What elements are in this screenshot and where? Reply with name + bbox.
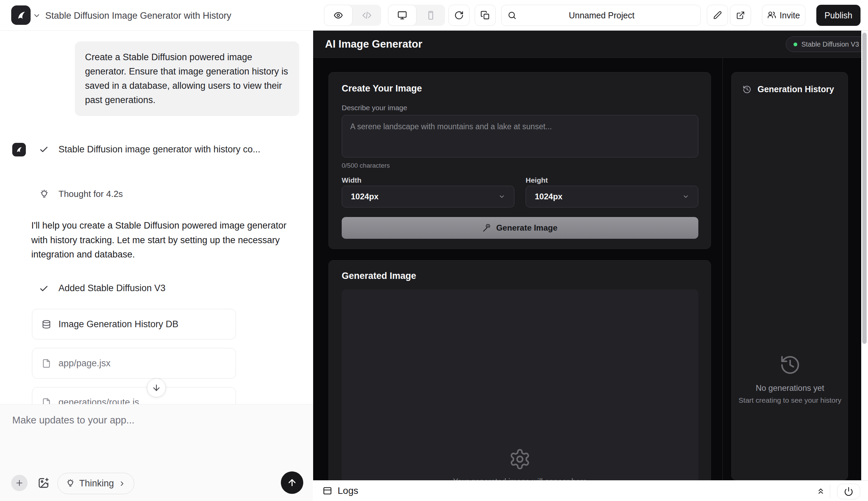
preview-mode-button[interactable] <box>324 5 352 26</box>
file-card-page[interactable]: app/page.jsx <box>32 348 236 379</box>
status-dot <box>793 43 797 46</box>
file-icon <box>42 359 51 368</box>
chat-composer: Thinking <box>0 404 313 501</box>
search-icon <box>508 11 517 20</box>
height-value: 1024px <box>535 192 562 201</box>
lightbulb-icon <box>40 190 49 199</box>
scrollbar-track <box>861 31 868 480</box>
device-toggle <box>388 5 445 26</box>
magic-wand-icon <box>482 223 491 232</box>
file-card-database[interactable]: Image Generation History DB <box>32 309 236 339</box>
lightbulb-icon <box>66 479 75 488</box>
generated-image-card: Generated Image Your generated image wil… <box>328 260 711 480</box>
copy-url-button[interactable] <box>475 5 496 26</box>
logs-bar[interactable]: Logs <box>313 480 868 501</box>
invite-button[interactable]: Invite <box>762 5 805 26</box>
workspace-chevron-down-icon[interactable] <box>33 12 41 20</box>
file-card-route[interactable]: generations/route.js <box>32 387 236 404</box>
logs-divider <box>830 485 830 498</box>
file-icon <box>42 398 51 404</box>
history-header: Generation History <box>742 84 834 94</box>
thinking-label: Thinking <box>79 478 114 489</box>
workspace-title: Stable Diffusion Image Generator with Hi… <box>45 11 231 21</box>
file-card-label: app/page.jsx <box>58 358 110 369</box>
thought-duration[interactable]: Thought for 4.2s <box>58 189 123 199</box>
edit-button[interactable] <box>707 5 728 26</box>
added-integration-label: Added Stable Diffusion V3 <box>58 283 165 294</box>
desktop-view-button[interactable] <box>388 5 416 26</box>
monitor-icon <box>398 11 407 20</box>
file-card-label: Image Generation History DB <box>58 319 178 330</box>
power-icon <box>844 487 853 496</box>
scroll-to-bottom-button[interactable] <box>147 378 166 397</box>
mobile-view-button[interactable] <box>416 5 445 26</box>
open-external-button[interactable] <box>730 5 751 26</box>
height-label: Height <box>525 176 548 184</box>
user-message-bubble: Create a Stable Diffusion powered image … <box>75 42 299 116</box>
chevron-down-icon <box>498 193 505 200</box>
prompt-field <box>342 115 698 158</box>
gear-icon <box>509 448 531 470</box>
check-icon <box>39 145 48 154</box>
copy-icon <box>480 11 490 20</box>
logo-swoosh-icon <box>15 10 27 21</box>
scrollbar-thumb[interactable] <box>862 33 867 344</box>
chevrons-up-icon <box>816 487 825 495</box>
file-card-label: generations/route.js <box>58 397 139 404</box>
height-select[interactable]: 1024px <box>525 186 698 207</box>
width-value: 1024px <box>351 192 378 201</box>
model-badge-label: Stable Diffusion V3 <box>801 41 859 48</box>
users-icon <box>767 11 776 20</box>
prompt-input[interactable] <box>342 115 698 157</box>
project-name-input[interactable] <box>517 11 687 20</box>
app-header: AI Image Generator Stable Diffusion V3 <box>313 31 861 58</box>
arrow-up-icon <box>287 478 297 488</box>
generated-empty-text: Your generated image will appear here <box>342 477 698 480</box>
app-logo[interactable] <box>11 6 31 25</box>
add-image-button[interactable] <box>36 476 51 490</box>
history-empty-subtitle: Start creating to see your history <box>732 396 848 404</box>
width-label: Width <box>342 176 361 184</box>
publish-button[interactable]: Publish <box>816 5 860 26</box>
chat-panel: Stable Diffusion Image Generator with Hi… <box>0 0 313 501</box>
code-mode-button[interactable] <box>352 5 381 26</box>
external-link-icon <box>736 11 745 20</box>
app-preview: AI Image Generator Stable Diffusion V3 C… <box>313 31 861 480</box>
logs-toggle[interactable]: Logs <box>323 486 358 496</box>
refresh-button[interactable] <box>448 5 469 26</box>
generate-image-button[interactable]: Generate Image <box>342 217 698 239</box>
chat-message-list[interactable]: Create a Stable Diffusion powered image … <box>0 31 313 404</box>
check-icon <box>39 284 48 294</box>
logs-icon <box>323 486 332 495</box>
invite-label: Invite <box>780 11 800 20</box>
attach-button[interactable] <box>11 475 28 491</box>
logs-label: Logs <box>338 486 358 496</box>
app-title: AI Image Generator <box>325 38 422 50</box>
assistant-paragraph: I'll help you create a Stable Diffusion … <box>31 218 300 262</box>
expand-logs-button[interactable] <box>816 486 826 496</box>
history-icon <box>779 354 801 376</box>
history-title: Generation History <box>758 84 834 94</box>
history-empty-title: No generations yet <box>732 383 848 393</box>
power-button[interactable] <box>837 484 860 499</box>
chevron-right-icon <box>118 480 126 487</box>
pencil-icon <box>713 11 722 20</box>
task-title: Stable Diffusion image generator with hi… <box>58 144 260 155</box>
char-counter: 0/500 characters <box>342 162 390 169</box>
width-select[interactable]: 1024px <box>342 186 514 207</box>
plus-icon <box>15 479 24 487</box>
assistant-avatar <box>12 143 26 157</box>
thinking-mode-selector[interactable]: Thinking <box>57 473 134 494</box>
project-name-field <box>501 5 701 26</box>
generated-card-title: Generated Image <box>342 271 416 281</box>
create-card-title: Create Your Image <box>342 83 422 94</box>
send-button[interactable] <box>281 471 303 494</box>
refresh-icon <box>454 11 464 20</box>
chat-input[interactable] <box>12 415 298 456</box>
column-divider <box>723 58 723 480</box>
database-icon <box>42 320 51 329</box>
generation-history-card: Generation History No generations yet St… <box>731 72 848 480</box>
view-mode-toggle <box>324 5 381 26</box>
eye-icon <box>334 11 343 20</box>
preview-pane: Invite Publish AI Image Generator Stable… <box>313 0 868 501</box>
